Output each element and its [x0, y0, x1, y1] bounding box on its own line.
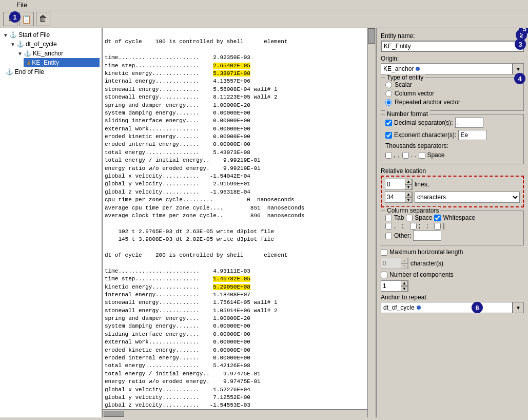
- cs-semi-cb[interactable]: [410, 223, 417, 230]
- tree-item-ke-entity[interactable]: x̄ KE_Entity: [24, 58, 100, 67]
- decimal-input[interactable]: [455, 118, 483, 128]
- text-panel[interactable]: dt of cycle 100 is controlled by shell e…: [103, 28, 377, 417]
- relative-location-label: Relative location: [381, 167, 524, 175]
- relative-location-group: 5 ▲ ▼ lines, ▲ ▼: [381, 176, 524, 207]
- radio-column[interactable]: [385, 90, 392, 97]
- th-comma-cb[interactable]: [385, 152, 392, 159]
- anchor-repeat-dot: [417, 306, 421, 310]
- rl-lines-input[interactable]: [385, 179, 405, 189]
- radio-repeated-label: Repeated anchor vector: [395, 99, 460, 106]
- rl-chars-select[interactable]: characters: [415, 192, 520, 203]
- text-sw1: stonewall energy............ 5.56008E+04…: [105, 86, 278, 92]
- entity-name-input[interactable]: [381, 41, 524, 52]
- num-components-up-btn[interactable]: ▲: [401, 280, 408, 286]
- rl-chars-down-btn[interactable]: ▼: [405, 197, 412, 203]
- num-components-down-btn[interactable]: ▼: [401, 286, 408, 292]
- file-menu[interactable]: File: [16, 1, 27, 9]
- text-te2: total energy................ 5.42126E+08: [105, 362, 250, 369]
- radio-scalar-row: Scalar: [385, 81, 519, 88]
- num-components-label: Number of components: [389, 271, 454, 278]
- text-gz1: global z velocity........... -1.96318E-0…: [105, 189, 250, 195]
- tree-item-dt[interactable]: ▼ ⚓ dt_of_cycle: [9, 40, 100, 49]
- entity-name-label: Entity name:: [381, 32, 524, 40]
- text-gx2: global x velocity........... -1.52276E+0…: [105, 387, 250, 393]
- radio-column-row: Column vector: [385, 90, 519, 97]
- thousands-label: Thousands separators:: [385, 142, 448, 149]
- highlight-timestep2: 1.46782E-05: [213, 276, 250, 282]
- cs-tab-cb[interactable]: [385, 215, 392, 221]
- toolbar-btn3[interactable]: 🗑: [36, 12, 50, 26]
- th-space-cb[interactable]: [419, 152, 425, 159]
- text-acpu1: average cpu time per zone cycle.... 851 …: [105, 205, 304, 211]
- num-components-input[interactable]: [381, 281, 401, 291]
- text-hscroll-thumb[interactable]: [104, 411, 124, 417]
- tree-arrow-end: [3, 69, 5, 75]
- rl-lines-up-btn[interactable]: ▲: [405, 179, 412, 184]
- exponent-cb[interactable]: [385, 132, 392, 139]
- highlight-ke2: 5.29050E+08: [213, 284, 250, 290]
- tree-item-end[interactable]: ⚓ End of File: [2, 67, 100, 77]
- cs-other-input[interactable]: [413, 231, 441, 241]
- th-sep1: ,: [398, 151, 399, 159]
- text-timestep2: time step................... 1.46782E-05: [105, 276, 250, 282]
- toolbar-btn2[interactable]: 📋: [19, 12, 34, 26]
- cs-tab-label: Tab: [394, 214, 404, 221]
- entity-name-row: Entity name: 3: [381, 32, 524, 52]
- text-vscroll-thumb[interactable]: [368, 28, 375, 44]
- tree-arrow-ke-entity: [25, 60, 26, 66]
- tree-item-ke-anchor[interactable]: ▼ ⚓ KE_anchor: [16, 49, 100, 58]
- text-hscrollbar[interactable]: [103, 409, 367, 417]
- text-ei2: eroded internal energy...... 0.00000E+00: [105, 355, 250, 361]
- rl-lines-label: lines,: [415, 181, 429, 188]
- max-horiz-input[interactable]: [381, 258, 401, 269]
- text-er2: energy ratio w/o eroded energy. 9.97475E…: [105, 378, 261, 385]
- decimal-cb[interactable]: [385, 120, 392, 126]
- decimal-label: Decimal separator(s):: [394, 119, 453, 126]
- cs-other-cb[interactable]: [385, 233, 392, 239]
- text-er1: energy ratio w/o eroded energy. 9.99219E…: [105, 165, 261, 171]
- text-sp1: spring and damper energy.... 1.00000E-20: [105, 102, 250, 108]
- th-dot-cb[interactable]: [402, 152, 409, 159]
- rl-chars-up-btn[interactable]: ▲: [405, 192, 412, 197]
- cs-pipe-cb[interactable]: [434, 223, 441, 230]
- tree-label-dt: dt_of_cycle: [26, 41, 57, 48]
- tree-arrow-ke-anchor: ▼: [17, 51, 23, 56]
- anchor-repeat-label: Anchor to repeat: [381, 294, 524, 301]
- text-gy2: global y velocity........... 7.12552E+00: [105, 394, 250, 400]
- rl-lines-down-btn[interactable]: ▼: [405, 184, 412, 190]
- anchor-icon-start: ⚓: [9, 31, 17, 39]
- cs-whitespace-label: Whitespace: [443, 214, 475, 221]
- text-ek2: eroded kinetic energy....... 0.00000E+00: [105, 347, 250, 353]
- cs-comma-cb[interactable]: [385, 223, 392, 230]
- origin-input[interactable]: KE_anchor: [381, 63, 513, 74]
- max-horiz-cb[interactable]: [381, 249, 387, 256]
- badge-3: 3: [515, 39, 526, 50]
- anchor-repeat-dropdown-btn[interactable]: ▼: [513, 302, 524, 313]
- cs-sep1: ;: [402, 222, 403, 230]
- tree-item-start[interactable]: ▼ ⚓ Start of File: [2, 30, 100, 40]
- number-format-group: Number format Decimal separator(s): Expo…: [381, 114, 524, 164]
- tree-panel: ▼ ⚓ Start of File ▼ ⚓ dt_of_cycle ▼ ⚓ KE…: [0, 28, 103, 417]
- text-sd2: system damping energy....... 0.00000E+00: [105, 323, 250, 329]
- radio-scalar[interactable]: [385, 82, 392, 88]
- number-format-title: Number format: [385, 110, 429, 118]
- rl-chars-input[interactable]: [385, 192, 405, 202]
- type-entity-title: Type of entity: [385, 74, 425, 81]
- cs-whitespace-cb[interactable]: [434, 215, 441, 221]
- radio-scalar-label: Scalar: [395, 81, 412, 88]
- rl-chars-row: ▲ ▼ characters: [385, 192, 520, 203]
- exponent-label: Exponent character(s):: [394, 131, 456, 139]
- text-vscrollbar[interactable]: [367, 28, 376, 417]
- anchor-repeat-input[interactable]: dt_of_cycle: [381, 302, 513, 313]
- num-components-cb[interactable]: [381, 272, 387, 278]
- cs-space-cb[interactable]: [406, 215, 413, 221]
- anchor-repeat-value: dt_of_cycle: [383, 304, 415, 311]
- text-cpu1: cpu time per zone cycle......... 0 nanos…: [105, 197, 295, 203]
- radio-repeated[interactable]: [385, 99, 392, 106]
- menubar: File: [0, 0, 528, 10]
- max-horiz-value-row: ▲ ▼ character(s): [381, 258, 524, 269]
- th-dot-label: .: [410, 151, 412, 159]
- exponent-input[interactable]: [458, 130, 486, 140]
- radio-column-label: Column vector: [395, 90, 434, 97]
- badge-1: 1: [9, 11, 21, 23]
